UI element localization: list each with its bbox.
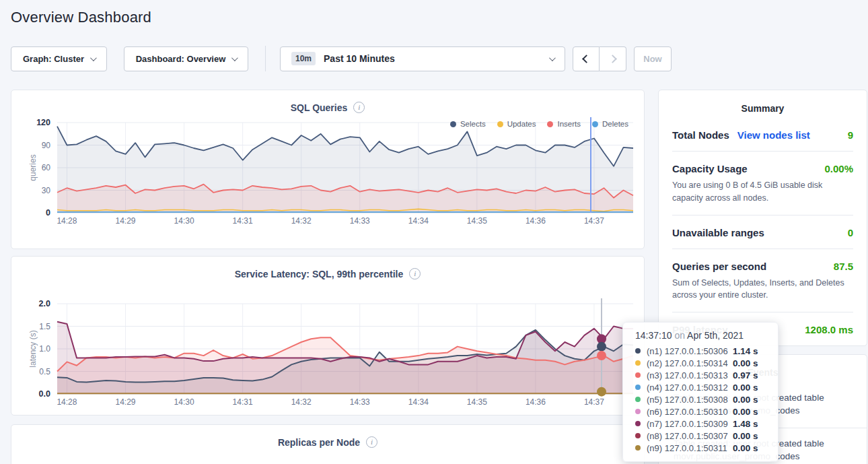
updates-dot-icon — [497, 121, 503, 127]
qps-value: 87.5 — [834, 261, 853, 272]
chevron-down-icon — [90, 55, 97, 61]
svg-text:14:36: 14:36 — [526, 216, 546, 226]
chevron-right-icon — [608, 55, 617, 63]
svg-text:14:31: 14:31 — [233, 216, 253, 226]
summary-row-unavailable-ranges: Unavailable ranges 0 — [672, 216, 853, 249]
svg-text:14:33: 14:33 — [350, 216, 370, 226]
svg-text:90: 90 — [42, 141, 51, 150]
events-title: Events — [659, 355, 867, 387]
svg-text:0.5: 0.5 — [39, 367, 50, 376]
svg-text:14:29: 14:29 — [116, 216, 136, 226]
legend-item-selects[interactable]: Selects — [450, 120, 486, 128]
view-nodes-list-link[interactable]: View nodes list — [737, 129, 810, 141]
summary-row-capacity: Capacity Usage 0.00% You are using 0 B o… — [672, 152, 853, 216]
service-latency-title: Service Latency: SQL, 99th percentile — [235, 269, 404, 279]
svg-text:14:33: 14:33 — [350, 397, 370, 407]
svg-text:14:37: 14:37 — [584, 216, 604, 226]
svg-text:14:28: 14:28 — [57, 397, 77, 407]
svg-text:30: 30 — [42, 186, 51, 195]
dashboard-selector-dropdown[interactable]: Dashboard: Overview — [124, 46, 248, 71]
qps-subtext: Sum of Selects, Updates, Inserts, and De… — [672, 277, 853, 302]
svg-text:60: 60 — [42, 163, 51, 172]
summary-title: Summary — [672, 90, 853, 118]
chevron-down-icon — [231, 55, 238, 61]
chevron-left-icon — [582, 55, 591, 63]
svg-text:14:36: 14:36 — [526, 397, 546, 407]
summary-row-p99-latency: P99 latency 1208.0 ms — [672, 312, 853, 345]
selects-dot-icon — [450, 121, 456, 127]
svg-text:14:28: 14:28 — [57, 216, 77, 226]
events-panel: Events Table created: user root created … — [658, 354, 867, 464]
svg-text:14:31: 14:31 — [233, 397, 253, 407]
service-latency-panel: Service Latency: SQL, 99th percentile i … — [11, 256, 645, 416]
time-range-badge: 10m — [291, 52, 316, 65]
total-nodes-value: 9 — [848, 129, 853, 141]
graph-selector-label: Graph: Cluster — [23, 54, 84, 64]
replicas-per-node-panel: Replicas per Node i — [11, 424, 645, 464]
dashboard-selector-label: Dashboard: Overview — [136, 54, 226, 64]
svg-text:14:30: 14:30 — [174, 397, 194, 407]
service-latency-chart[interactable]: 0.00.51.01.52.014:2814:2914:3014:3114:32… — [11, 297, 644, 411]
svg-text:14:34: 14:34 — [408, 397, 429, 407]
svg-text:14:37: 14:37 — [584, 397, 604, 407]
svg-text:0.0: 0.0 — [39, 389, 50, 399]
overview-dashboard-page: Overview Dashboard Graph: Cluster Dashbo… — [0, 0, 868, 464]
sql-queries-chart[interactable]: 030609012014:2814:2914:3014:3114:3214:33… — [11, 116, 644, 230]
svg-text:14:32: 14:32 — [291, 397, 312, 407]
svg-text:1.0: 1.0 — [39, 344, 50, 354]
sql-queries-title: SQL Queries — [291, 102, 348, 113]
time-prev-button[interactable] — [573, 46, 600, 71]
deletes-dot-icon — [592, 121, 598, 127]
list-item: Table created: user root created table m… — [659, 387, 867, 428]
svg-text:120: 120 — [36, 118, 50, 127]
chevron-down-icon — [549, 55, 556, 61]
svg-text:0: 0 — [46, 208, 50, 218]
capacity-value: 0.00% — [824, 163, 853, 174]
legend-item-deletes[interactable]: Deletes — [592, 120, 628, 128]
svg-text:queries: queries — [28, 154, 38, 180]
info-icon[interactable]: i — [409, 268, 421, 279]
controls-divider — [265, 46, 266, 71]
summary-panel: Summary Total Nodes View nodes list 9 Ca… — [658, 90, 867, 346]
unavailable-ranges-value: 0 — [848, 227, 853, 238]
svg-text:2.0: 2.0 — [39, 299, 50, 308]
time-next-button[interactable] — [600, 46, 626, 71]
time-nav-group — [573, 46, 626, 71]
svg-text:14:30: 14:30 — [174, 216, 194, 226]
dashboard-controls: Graph: Cluster Dashboard: Overview 10m P… — [11, 46, 672, 71]
legend-item-inserts[interactable]: Inserts — [547, 120, 581, 128]
inserts-dot-icon — [547, 121, 553, 127]
svg-text:14:35: 14:35 — [467, 216, 487, 226]
svg-text:1.5: 1.5 — [39, 322, 50, 331]
svg-text:14:29: 14:29 — [116, 397, 136, 407]
sql-queries-legend: Selects Updates Inserts Deletes — [450, 120, 628, 128]
svg-text:latency (s): latency (s) — [28, 330, 38, 367]
time-now-button[interactable]: Now — [634, 46, 672, 71]
list-item: Table created: user root created table m… — [659, 428, 867, 464]
sql-queries-panel: SQL Queries i Selects Updates Inserts — [11, 90, 645, 249]
svg-text:14:34: 14:34 — [408, 216, 429, 226]
svg-text:14:32: 14:32 — [291, 216, 312, 226]
info-icon[interactable]: i — [353, 102, 365, 113]
legend-item-updates[interactable]: Updates — [497, 120, 536, 128]
p99-latency-value: 1208.0 ms — [805, 324, 853, 335]
svg-text:14:35: 14:35 — [467, 397, 487, 407]
summary-row-total-nodes: Total Nodes View nodes list 9 — [672, 118, 853, 152]
time-range-label: Past 10 Minutes — [324, 53, 395, 64]
time-range-picker[interactable]: 10m Past 10 Minutes — [280, 46, 565, 71]
graph-selector-dropdown[interactable]: Graph: Cluster — [11, 46, 107, 71]
capacity-subtext: You are using 0 B of 4.5 GiB usable disk… — [672, 179, 853, 205]
summary-row-qps: Queries per second 87.5 Sum of Selects, … — [672, 249, 853, 313]
page-title: Overview Dashboard — [11, 9, 151, 26]
replicas-per-node-title: Replicas per Node — [278, 437, 360, 448]
info-icon[interactable]: i — [366, 436, 377, 448]
